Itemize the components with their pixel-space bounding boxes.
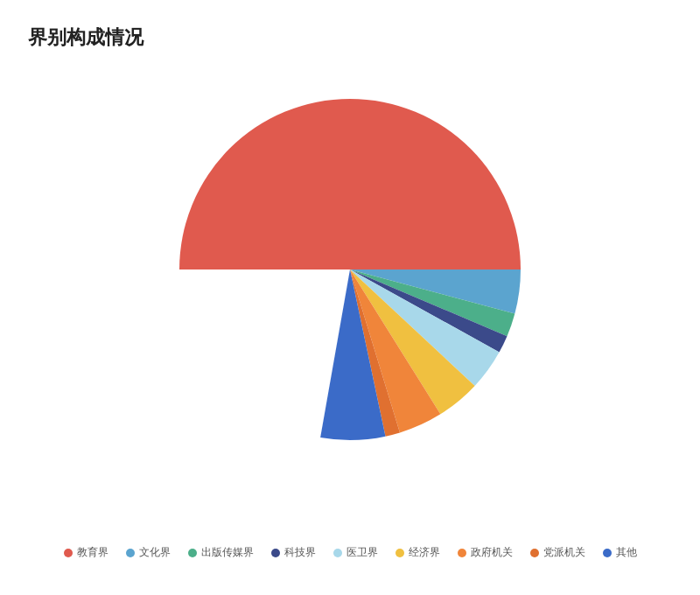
page: 界别构成情况 教育界文化界出版传媒界科技界医卫界经济界政府机关党派机关其他 (0, 0, 700, 595)
legend-item: 政府机关 (458, 545, 513, 560)
legend-item: 经济界 (396, 545, 440, 560)
legend-item: 出版传媒界 (188, 545, 254, 560)
legend-item: 教育界 (64, 545, 108, 560)
legend-dot (603, 549, 612, 557)
legend-dot (64, 549, 73, 557)
pie-chart (105, 68, 595, 444)
legend-label: 党派机关 (543, 545, 585, 560)
legend-dot (458, 549, 466, 557)
legend-label: 经济界 (409, 545, 440, 560)
legend-dot (396, 549, 404, 557)
legend-item: 文化界 (126, 545, 171, 560)
legend: 教育界文化界出版传媒界科技界医卫界经济界政府机关党派机关其他 (0, 545, 700, 560)
legend-label: 医卫界 (346, 545, 378, 560)
legend-label: 出版传媒界 (201, 545, 254, 560)
legend-dot (188, 549, 197, 557)
page-title: 界别构成情况 (0, 0, 700, 51)
legend-label: 其他 (616, 545, 637, 560)
legend-dot (271, 549, 280, 557)
legend-item: 科技界 (271, 545, 316, 560)
chart-area (0, 68, 700, 444)
legend-dot (126, 549, 135, 557)
legend-label: 政府机关 (471, 545, 513, 560)
legend-dot (333, 549, 342, 557)
legend-label: 文化界 (139, 545, 171, 560)
segment-0 (179, 99, 521, 270)
legend-label: 教育界 (77, 545, 108, 560)
legend-item: 其他 (603, 545, 637, 560)
legend-item: 医卫界 (333, 545, 378, 560)
legend-label: 科技界 (284, 545, 316, 560)
legend-dot (530, 549, 539, 557)
legend-item: 党派机关 (530, 545, 585, 560)
